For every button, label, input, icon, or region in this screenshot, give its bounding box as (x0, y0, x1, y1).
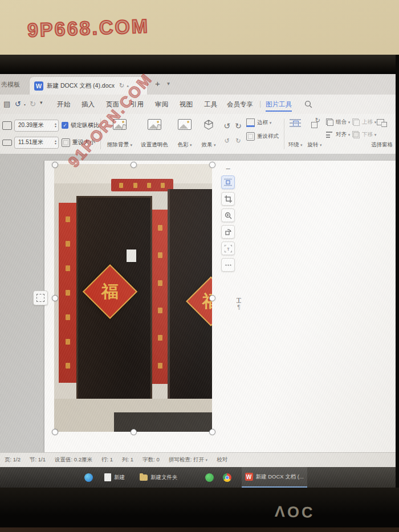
status-line: 行: 1 (101, 456, 113, 464)
taskbar-item-new[interactable]: 新建 (101, 467, 128, 488)
lock-aspect-label: 锁定纵横比 (71, 121, 99, 129)
new-tab-button[interactable]: + (155, 79, 160, 88)
status-word-count[interactable]: 字数: 0 (142, 456, 160, 464)
group-button[interactable]: 组合 ▾ (326, 118, 350, 126)
effects-button[interactable]: 效果 ▾ (197, 117, 220, 150)
handle-bottom-left[interactable] (52, 429, 58, 435)
flip-horizontal-icon[interactable]: ↺ (224, 137, 229, 145)
undo-dot-icon: • (24, 102, 26, 107)
remove-background-button[interactable]: 抠除背景 ▾ (104, 117, 136, 150)
tab-list-chevron-icon[interactable]: ▾ (167, 80, 170, 87)
rotate-picture-button[interactable] (221, 225, 235, 239)
templates-tab-partial[interactable]: 壳模板 (1, 80, 20, 89)
document-file-icon (104, 473, 111, 481)
height-stepper[interactable]: ▴▾ (55, 122, 56, 128)
menu-page[interactable]: 页面 (106, 100, 119, 109)
search-icon[interactable] (304, 100, 312, 108)
width-stepper[interactable]: ▴▾ (55, 140, 56, 145)
height-field-row: 20.39厘米 ▴▾ (2, 118, 59, 132)
status-page: 页: 1/2 (5, 456, 21, 464)
menu-tools[interactable]: 工具 (204, 100, 217, 109)
tab-bar: 壳模板 W 新建 DOCX 文档 (4).docx ↻ • + ▾ (0, 74, 396, 95)
wrap-button[interactable]: 环绕 ▾ (286, 117, 304, 150)
rotate-right-icon[interactable]: ↻ (235, 121, 242, 130)
chrome-icon[interactable] (223, 473, 231, 482)
zoom-button[interactable] (221, 208, 235, 222)
layout-options-button[interactable] (221, 175, 235, 189)
undo-icon[interactable]: ↺ (15, 100, 21, 108)
align-button[interactable]: 对齐 ▾ (326, 131, 350, 138)
taskbar-item-wps-active[interactable]: W 新建 DOCX 文档 (... (242, 467, 307, 488)
width-input[interactable]: 11.51厘米 ▴▾ (14, 137, 59, 149)
rotate-button[interactable]: 旋转 ▾ (306, 117, 324, 150)
menu-home[interactable]: 开始 (57, 100, 70, 109)
handle-top-right[interactable] (209, 162, 215, 168)
document-page[interactable]: 福 福 (44, 161, 396, 452)
status-section: 节: 1/1 (30, 456, 46, 464)
handle-mid-left[interactable] (52, 295, 58, 301)
handle-bottom-right[interactable] (209, 429, 215, 435)
menu-membership[interactable]: 会员专享 (227, 100, 253, 109)
status-spellcheck[interactable]: 拼写检查: 打开 ▾ (169, 456, 207, 464)
dotted-square-icon (36, 294, 44, 302)
monitor-right-bezel (396, 55, 399, 488)
photo-couplet-right (152, 210, 168, 384)
taskbar-item-folder[interactable]: 新建文件夹 (136, 467, 181, 488)
handle-top-center[interactable] (131, 162, 137, 168)
more-options-button[interactable] (221, 258, 235, 272)
reset-style-button[interactable]: 重设样式 (246, 132, 279, 141)
wrap-anchor-button[interactable] (33, 290, 48, 305)
photo-couplet-left (59, 203, 76, 383)
svg-text:T: T (227, 246, 230, 251)
text-wrap-icon (290, 119, 301, 128)
menu-references[interactable]: 引用 (131, 100, 144, 109)
floating-picture-toolbar: – T (221, 164, 235, 275)
height-input[interactable]: 20.39厘米 ▴▾ (14, 120, 59, 132)
menu-picture-tools[interactable]: 图片工具 (266, 100, 292, 112)
tab-status-dot-icon: • (127, 83, 129, 89)
collapse-toolbar-button[interactable]: – (226, 164, 230, 173)
menu-insert[interactable]: 插入 (82, 100, 95, 109)
flip-vertical-icon[interactable]: ↻ (235, 137, 241, 145)
windows-taskbar: 新建 新建文件夹 W 新建 DOCX 文档 (... (0, 467, 396, 488)
color-button[interactable]: 色彩 ▾ (173, 117, 196, 150)
set-transparent-color-button[interactable]: 设置透明色 (137, 117, 172, 150)
desk-edge (0, 527, 399, 532)
crop-button[interactable] (221, 192, 235, 206)
reset-size-button[interactable]: 重设大小 (62, 136, 95, 149)
document-tab[interactable]: W 新建 DOCX 文档 (4).docx ↻ • (30, 77, 147, 95)
status-proofread[interactable]: 校对 (217, 456, 227, 464)
rotate-left-icon[interactable]: ↺ (223, 121, 230, 130)
handle-top-left[interactable] (52, 162, 58, 168)
caption-text-button[interactable]: T (221, 242, 235, 255)
menu-bar: ▤ ↺ • ↻ ▾ 开始 插入 页面 引用 审阅 视图 工具 会员专享 | 图片… (0, 95, 396, 114)
save-icon[interactable]: ▤ (3, 100, 10, 108)
handle-bottom-center[interactable] (131, 429, 137, 435)
photo-of-monitor: 9P668.COM 壳模板 W 新建 DOCX 文档 (4).docx ↻ • … (0, 0, 399, 532)
status-bar: 页: 1/2 节: 1/1 设置值: 0.2厘米 行: 1 列: 1 字数: 0… (0, 452, 396, 467)
document-tab-title: 新建 DOCX 文档 (4).docx (47, 82, 115, 90)
ribbon-separator (284, 118, 284, 149)
reset-size-icon (62, 138, 70, 147)
width-icon (2, 140, 12, 146)
rotate-object-icon (310, 119, 319, 128)
height-value: 20.39厘米 (18, 121, 44, 129)
selection-pane-button[interactable]: 选择窗格 (369, 117, 394, 150)
width-value: 11.51厘米 (18, 138, 43, 146)
menu-view[interactable]: 视图 (180, 100, 193, 109)
menu-review[interactable]: 审阅 (155, 100, 168, 109)
redo-icon[interactable]: ↻ (30, 100, 36, 108)
quickbar-chevron-icon[interactable]: ▾ (40, 100, 43, 105)
border-button[interactable]: 边框 ▾ (246, 118, 279, 127)
reset-style-icon (246, 132, 255, 141)
checkbox-checked-icon[interactable]: ✓ (62, 122, 68, 129)
wps-writer-icon: W (34, 81, 43, 91)
handle-mid-right[interactable] (209, 295, 215, 301)
browser-icon[interactable] (84, 473, 93, 482)
send-backward-icon (352, 131, 360, 138)
embedded-picture[interactable]: 福 福 (54, 164, 212, 432)
width-field-row: 11.51厘米 ▴▾ (2, 136, 59, 149)
photo-paper-note (127, 249, 136, 262)
lock-aspect-ratio[interactable]: ✓ 锁定纵横比 (62, 118, 99, 132)
wechat-icon[interactable] (205, 473, 214, 482)
